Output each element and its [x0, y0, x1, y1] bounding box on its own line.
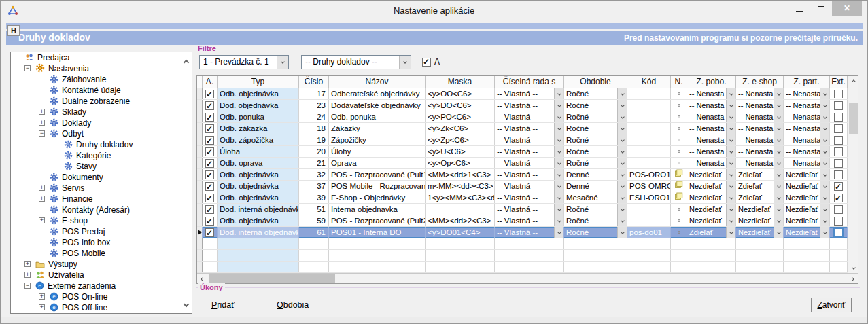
- cell-obdobie[interactable]: Ročné: [564, 100, 627, 111]
- cell-kod[interactable]: [627, 111, 671, 122]
- dropdown-arrow-icon[interactable]: [617, 169, 627, 180]
- row-selector-cell[interactable]: [197, 227, 203, 238]
- cell-active[interactable]: [203, 181, 218, 192]
- cell-z-part[interactable]: -- Nenasta: [784, 111, 830, 122]
- tree-item-kateg-rie[interactable]: Kategórie: [11, 150, 192, 161]
- cell-ext[interactable]: [830, 192, 848, 203]
- cell-active[interactable]: [203, 123, 218, 134]
- ext-checkbox[interactable]: [834, 228, 843, 237]
- tree-item-e-shop[interactable]: +E-shop: [11, 215, 192, 226]
- dropdown-arrow-icon[interactable]: [554, 192, 563, 203]
- cell-obdobie[interactable]: Ročné: [564, 227, 627, 238]
- dropdown-arrow-icon[interactable]: [726, 100, 735, 111]
- cell-nazov[interactable]: Zákazky: [329, 123, 426, 134]
- cell-n[interactable]: [671, 100, 687, 111]
- pridat-link[interactable]: Pridať: [211, 300, 235, 310]
- cell-z-pobo[interactable]: Nezdieľať: [687, 169, 736, 180]
- cell-maska[interactable]: <y>Op<C6>: [426, 158, 495, 168]
- cell-active[interactable]: [203, 88, 218, 99]
- cell-ext[interactable]: [830, 169, 848, 180]
- table-row[interactable]: Odb. ponuka24Odb. ponuka<y>PO<C6>-- Vlas…: [197, 111, 848, 123]
- cell-typ[interactable]: Odb. objednávka: [218, 215, 299, 226]
- column-header-zpobo[interactable]: Z. pobo.: [687, 76, 736, 88]
- cell-z-part[interactable]: -- Nenasta: [784, 158, 830, 168]
- cell-cislo[interactable]: 23: [299, 100, 329, 111]
- cell-z-part[interactable]: -- Nenasta: [784, 88, 830, 99]
- cell-maska[interactable]: [426, 204, 495, 215]
- row-active-checkbox[interactable]: [205, 205, 214, 214]
- dropdown-arrow-icon[interactable]: [726, 215, 735, 226]
- expand-plus-icon[interactable]: +: [39, 196, 45, 202]
- tab-h[interactable]: H: [7, 25, 20, 36]
- cell-z-pobo[interactable]: -- Nenasta: [687, 158, 736, 168]
- cell-cislo[interactable]: 17: [299, 88, 329, 99]
- cell-n[interactable]: [671, 88, 687, 99]
- cell-z-pobo[interactable]: Zdieľať: [687, 227, 736, 238]
- cell-kod[interactable]: [627, 158, 671, 168]
- cell-typ[interactable]: Dod. interná objednávka: [218, 204, 299, 215]
- cell-maska[interactable]: <y>Zp<C6>: [426, 134, 495, 145]
- cell-z-eshop[interactable]: -- Nenasta: [736, 134, 784, 145]
- dropdown-arrow-icon[interactable]: [726, 134, 735, 145]
- ext-checkbox[interactable]: [834, 205, 843, 214]
- cell-nazov[interactable]: Odberateľské objednávky: [329, 88, 426, 99]
- cell-kod[interactable]: POS-ORO1: [627, 169, 671, 180]
- row-active-checkbox[interactable]: [205, 101, 214, 110]
- cell-ciselna-rada[interactable]: -- Vlastná --: [495, 181, 564, 192]
- cell-n[interactable]: [671, 227, 687, 238]
- cell-nazov[interactable]: Zápožičky: [329, 134, 426, 145]
- ext-checkbox[interactable]: [834, 194, 843, 202]
- scroll-up-icon[interactable]: [848, 76, 858, 87]
- dropdown-arrow-icon[interactable]: [617, 134, 627, 145]
- close-window-button[interactable]: ✕: [832, 1, 862, 16]
- dropdown-arrow-icon[interactable]: [617, 204, 627, 215]
- cell-z-pobo[interactable]: -- Nenasta: [687, 123, 736, 134]
- dropdown-arrow-icon[interactable]: [726, 88, 735, 99]
- cell-cislo[interactable]: 19: [299, 134, 329, 145]
- cell-z-pobo[interactable]: Nezdieľať: [687, 181, 736, 192]
- cell-obdobie[interactable]: Denné: [564, 169, 627, 180]
- cell-kod[interactable]: [627, 88, 671, 99]
- cell-ext[interactable]: [830, 134, 848, 145]
- cell-cislo[interactable]: 61: [299, 227, 329, 238]
- row-active-checkbox[interactable]: [205, 147, 214, 156]
- table-row[interactable]: Dod. interná objednávka51Interna objedna…: [197, 204, 848, 215]
- cell-cislo[interactable]: 21: [299, 158, 329, 168]
- expand-plus-icon[interactable]: +: [24, 272, 31, 278]
- cell-maska[interactable]: <y>DO01<C4>: [426, 227, 495, 238]
- dropdown-arrow-icon[interactable]: [726, 169, 735, 180]
- cell-typ[interactable]: Odb. oprava: [218, 158, 299, 168]
- cell-obdobie[interactable]: Denné: [564, 181, 627, 192]
- row-selector-cell[interactable]: [197, 192, 203, 203]
- cell-z-eshop[interactable]: Nezdieľať: [736, 204, 784, 215]
- cell-kod[interactable]: POS-OMRO1: [627, 181, 671, 192]
- cell-ext[interactable]: [830, 215, 848, 226]
- cell-active[interactable]: [203, 227, 218, 238]
- expand-plus-icon[interactable]: +: [39, 109, 45, 115]
- column-header-typ[interactable]: Typ: [218, 76, 299, 88]
- dropdown-arrow-icon[interactable]: [820, 123, 829, 134]
- dropdown-arrow-icon[interactable]: [617, 192, 627, 203]
- column-header-rada[interactable]: Číselná rada s: [495, 76, 564, 88]
- table-row[interactable]: Odb. oprava21Oprava<y>Op<C6>-- Vlastná -…: [197, 158, 848, 169]
- scroll-down-icon[interactable]: [848, 262, 858, 273]
- cell-z-eshop[interactable]: Nezdieľať: [736, 215, 784, 226]
- row-selector-cell[interactable]: [197, 169, 203, 180]
- tree-item-servis[interactable]: +Servis: [11, 183, 192, 194]
- table-row[interactable]: Odb. objednávka59POS - Rozpracované (Pul…: [197, 215, 848, 227]
- cell-z-eshop[interactable]: Zdieľať: [736, 192, 784, 203]
- cell-nazov[interactable]: Dodávateľské objednávky: [329, 100, 426, 111]
- dropdown-arrow-icon[interactable]: [617, 146, 627, 157]
- cell-z-part[interactable]: -- Nenasta: [784, 100, 830, 111]
- column-header-cislo[interactable]: Číslo: [299, 76, 329, 88]
- tree-item-u-vatelia[interactable]: +Užívatelia: [11, 270, 192, 281]
- tree-item-doklady[interactable]: +Doklady: [11, 118, 192, 128]
- tree-item-predajca[interactable]: Predajca: [11, 52, 192, 63]
- column-header-ext[interactable]: Ext.: [830, 76, 848, 88]
- column-header-sel[interactable]: [197, 76, 203, 88]
- cell-typ[interactable]: Odb. objednávka: [218, 192, 299, 203]
- cell-nazov[interactable]: POS01 - Interná DO: [329, 227, 426, 238]
- cell-z-part[interactable]: Nezdieľať: [784, 204, 830, 215]
- cell-maska[interactable]: <y>DO<C6>: [426, 100, 495, 111]
- table-row[interactable]: Odb. objednávka39E-Shop - Objednávky1<y>…: [197, 192, 848, 204]
